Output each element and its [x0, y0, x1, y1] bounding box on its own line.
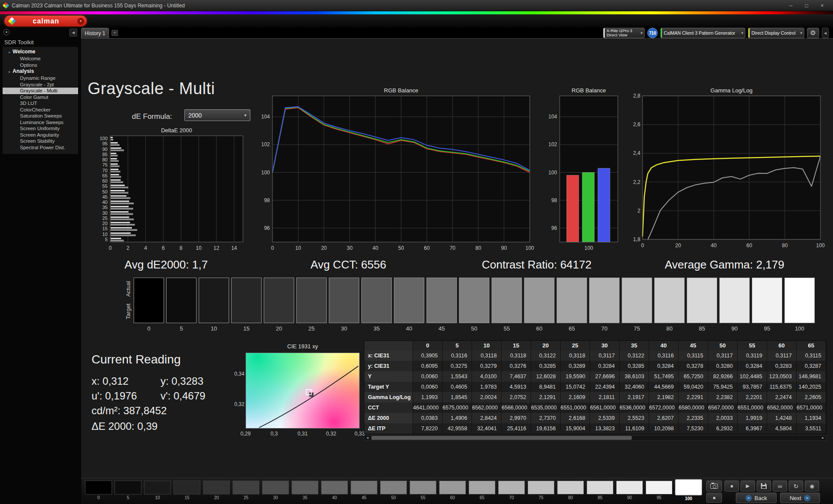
camera-button[interactable] — [706, 481, 722, 491]
grayscale-swatch-70: 70 — [589, 278, 620, 332]
cie-ytick-034: 0,34 — [234, 371, 244, 377]
svg-text:45: 45 — [102, 194, 108, 200]
tab-history-1[interactable]: History 1 — [81, 28, 109, 38]
svg-text:5: 5 — [105, 237, 108, 242]
sidebar-item-luminance-sweeps[interactable]: Luminance Sweeps — [3, 119, 78, 126]
maximize-button[interactable]: □ — [799, 1, 814, 10]
table-row-x-cie31[interactable]: x: CIE310,39050,31160,31180,31180,31220,… — [364, 350, 826, 361]
next-button[interactable]: Next » — [780, 493, 820, 503]
scrollbar-thumb[interactable] — [371, 436, 632, 440]
stop-button[interactable]: ■ — [725, 481, 739, 491]
pattern-patch-15[interactable]: 15 — [174, 481, 200, 501]
pattern-patch-100[interactable]: 100 — [675, 481, 702, 501]
hardware-collapse-button[interactable]: ◀ — [822, 28, 829, 38]
table-cell: 32,4041 — [472, 423, 502, 434]
save-button[interactable] — [757, 481, 771, 491]
pattern-patch-45[interactable]: 45 — [351, 481, 377, 501]
swatch-color — [426, 278, 457, 323]
table-row-e-itp[interactable]: ΔE ITP7,822042,955832,404125,411619,6156… — [364, 423, 826, 434]
de-formula-select[interactable]: 2000 ▾ — [184, 109, 250, 121]
sidebar-item-colorchecker[interactable]: ColorChecker — [3, 107, 78, 113]
minimize-button[interactable]: – — [784, 1, 798, 10]
pattern-patch-50[interactable]: 50 — [380, 481, 407, 501]
pattern-patch-70[interactable]: 70 — [498, 481, 525, 501]
pattern-window-button[interactable]: ■ — [706, 493, 722, 503]
swatch-color — [394, 278, 424, 323]
pattern-patch-20[interactable]: 20 — [203, 481, 230, 501]
add-tab-button[interactable]: + — [112, 30, 118, 36]
refresh-button[interactable]: ↻ — [789, 481, 803, 491]
grayscale-swatch-80: 80 — [654, 278, 685, 332]
rgb-balance-line-chart: RGB Balance 9698100102104010203040506070… — [260, 85, 542, 257]
pattern-patch-40[interactable]: 40 — [321, 481, 348, 501]
table-row-cct[interactable]: CCT4641,00006575,00006562,00006566,00006… — [364, 403, 826, 413]
pattern-patch-55[interactable]: 55 — [410, 481, 436, 501]
pattern-patch-95[interactable]: 95 — [646, 481, 672, 501]
loop-button[interactable]: ∞ — [773, 481, 787, 491]
pattern-patch-10[interactable]: 10 — [144, 481, 171, 501]
table-row-gamma-log-log[interactable]: Gamma Log/Log1,19931,85452,00242,07522,1… — [364, 392, 826, 403]
pattern-patch-25[interactable]: 25 — [233, 481, 259, 501]
pattern-generator-button[interactable]: CalMAN Client 3 Pattern Generator ▾ — [660, 28, 745, 38]
sidebar-item-options[interactable]: Options — [3, 62, 78, 69]
target-button[interactable]: ◉ — [805, 481, 819, 491]
row-label: CCT — [364, 403, 413, 413]
sidebar-item-dynamic-range[interactable]: Dynamic Range — [3, 75, 78, 82]
pattern-patch-0[interactable]: 0 — [85, 481, 112, 501]
cie-xtick: 0,32 — [326, 431, 336, 437]
sidebar-item-grayscale-2pt[interactable]: Grayscale - 2pt — [3, 82, 78, 88]
tree-section-welcome[interactable]: ▸Welcome — [3, 49, 78, 56]
play-button[interactable]: ▶ — [741, 481, 755, 491]
swatch-color — [166, 278, 197, 323]
sidebar-item-screen-angularity[interactable]: Screen Angularity — [3, 132, 78, 138]
contrast-ratio-stat: Contrast Ratio: 64172 — [446, 258, 628, 272]
sidebar-item-spectral-power-dist[interactable]: Spectral Power Dist. — [3, 144, 78, 151]
table-row-target-y[interactable]: Target Y0,00600,46051,97834,59138,948115… — [364, 382, 826, 392]
sidebar-item-grayscale-multi[interactable]: Grayscale - Multi — [3, 88, 78, 94]
pattern-patch-bar: 0510152025303540455055606570758085909510… — [85, 481, 702, 501]
svg-text:104: 104 — [548, 114, 557, 120]
reading-luminance: cd/m²: 387,8452 — [92, 405, 167, 417]
sidebar-item-saturation-sweeps[interactable]: Saturation Sweeps — [3, 113, 78, 119]
patch-color — [528, 481, 554, 494]
sidebar-item-3d-lut[interactable]: 3D LUT — [3, 100, 78, 107]
table-row-y-cie31[interactable]: y: CIE310,60950,32750,32790,32760,32850,… — [364, 361, 826, 371]
pattern-patch-35[interactable]: 35 — [292, 481, 318, 501]
pattern-patch-65[interactable]: 65 — [469, 481, 495, 501]
scroll-right-icon[interactable]: ► — [820, 436, 826, 440]
sidebar-item-screen-uniformity[interactable]: Screen Uniformity — [3, 125, 78, 132]
calman-logo[interactable]: calman ▾ — [4, 16, 87, 26]
sidebar-dot-button[interactable] — [3, 29, 10, 35]
logo-dropdown-icon[interactable]: ▾ — [77, 18, 84, 25]
pattern-patch-90[interactable]: 90 — [616, 481, 643, 501]
grayscale-swatch-20: 20 — [264, 278, 294, 332]
sidebar-collapse-button[interactable]: ◀ — [69, 29, 77, 36]
table-row-y[interactable]: Y0,00601,55434,01007,463712,602819,55902… — [364, 371, 826, 382]
sidebar-item-welcome[interactable]: Welcome — [3, 56, 78, 62]
pattern-patch-75[interactable]: 75 — [528, 481, 554, 501]
tree-section-analysis[interactable]: ▸Analysis — [3, 68, 78, 75]
pattern-patch-80[interactable]: 80 — [557, 481, 584, 501]
table-cell: 6561,0000 — [590, 403, 620, 413]
table-row-e-2000[interactable]: ΔE 20000,03831,49062,84242,99702,73702,6… — [364, 413, 826, 423]
display-control-button[interactable]: Direct Display Control ▾ — [748, 28, 804, 38]
corner-cell — [364, 341, 413, 350]
pattern-patch-60[interactable]: 60 — [439, 481, 466, 501]
svg-text:65: 65 — [102, 173, 108, 178]
table-cell: 65,7250 — [679, 371, 708, 382]
camera-icon — [710, 484, 718, 489]
settings-gear-button[interactable]: ⚙ — [807, 28, 819, 38]
pattern-patch-5[interactable]: 5 — [115, 481, 141, 501]
meter-select-button[interactable]: X-Rite i1Pro 3 Direct View ▾ — [603, 28, 645, 38]
sidebar-item-screen-stability[interactable]: Screen Stability — [3, 138, 78, 144]
sidebar-item-color-gamut[interactable]: Color Gamut — [3, 94, 78, 101]
patch-label: 80 — [557, 495, 584, 500]
meter-count-badge[interactable]: 710 — [647, 28, 658, 38]
back-button[interactable]: « Back — [736, 493, 777, 503]
table-cell: 19,5590 — [561, 371, 590, 382]
table-scrollbar[interactable]: ◄ ► — [364, 435, 826, 441]
scroll-left-icon[interactable]: ◄ — [364, 436, 371, 440]
pattern-patch-85[interactable]: 85 — [587, 481, 613, 501]
pattern-patch-30[interactable]: 30 — [262, 481, 289, 501]
close-button[interactable]: × — [815, 1, 830, 10]
